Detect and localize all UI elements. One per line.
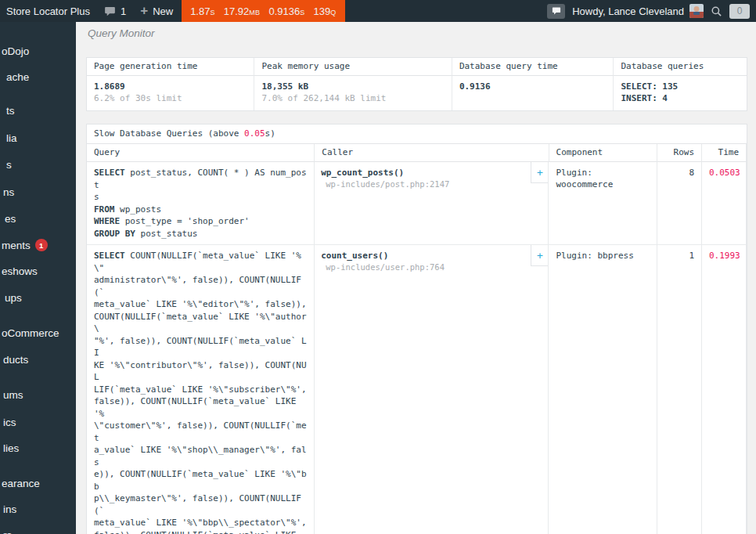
caller-file: wp-includes/user.php:764 bbox=[321, 262, 531, 273]
sidebar-item[interactable]: ums bbox=[3, 389, 23, 401]
new-label: New bbox=[153, 5, 173, 17]
caller-function: wp_count_posts() bbox=[321, 167, 531, 179]
column-header-generation-time: Page generation time bbox=[87, 58, 254, 76]
sidebar-item[interactable]: ments 1 bbox=[2, 239, 48, 251]
qm-stat-db-time: 0.9136s bbox=[268, 5, 304, 17]
sidebar-item[interactable]: ns bbox=[3, 186, 14, 198]
comment-bubble-icon bbox=[104, 5, 116, 17]
column-header-caller: Caller bbox=[315, 144, 549, 162]
query-cell: SELECT COUNT(NULLIF(`meta_value` LIKE '%… bbox=[87, 245, 315, 534]
site-name-menu[interactable]: Store Locator Plus bbox=[0, 0, 97, 22]
avatar bbox=[689, 4, 704, 18]
sidebar-item[interactable]: rs bbox=[3, 529, 12, 534]
time-cell: 0.1993 bbox=[702, 245, 747, 534]
time-cell: 0.0503 bbox=[702, 162, 747, 244]
new-content-menu[interactable]: + New bbox=[133, 0, 180, 22]
rows-cell: 1 bbox=[657, 245, 702, 534]
sidebar-item[interactable]: ins bbox=[3, 503, 16, 515]
comments-menu[interactable]: 1 bbox=[97, 0, 133, 22]
column-header-rows: Rows bbox=[657, 144, 702, 162]
user-account-menu[interactable]: Howdy, Lance Cleveland bbox=[572, 4, 704, 18]
sidebar-item[interactable]: s bbox=[6, 159, 12, 171]
query-cell: SELECT post_status, COUNT( * ) AS num_po… bbox=[87, 162, 315, 244]
query-monitor-adminbar-menu[interactable]: 1.87s 17.92MB 0.9136s 139Q bbox=[182, 0, 344, 22]
column-header-memory: Peak memory usage bbox=[254, 58, 452, 76]
admin-sidebar: oDojo ache ts lia s ns es ments 1 eshows… bbox=[0, 22, 76, 534]
sidebar-item[interactable]: ache bbox=[6, 71, 29, 83]
column-header-component: Component bbox=[549, 144, 658, 162]
caller-file: wp-includes/post.php:2147 bbox=[321, 179, 531, 190]
generation-time-cell: 1.8689 6.2% of 30s limit bbox=[87, 76, 254, 110]
slow-queries-table: Slow Database Queries (above 0.05s) Quer… bbox=[86, 124, 747, 534]
sidebar-item[interactable]: ducts bbox=[3, 354, 28, 366]
query-row: SELECT post_status, COUNT( * ) AS num_po… bbox=[87, 162, 747, 245]
caller-cell: wp_count_posts() wp-includes/post.php:21… bbox=[315, 162, 549, 244]
sidebar-item[interactable]: lies bbox=[3, 442, 19, 454]
caller-function: count_users() bbox=[321, 250, 531, 262]
rows-cell: 8 bbox=[657, 162, 702, 244]
qm-stat-page-time: 1.87s bbox=[190, 5, 215, 17]
memory-cell: 18,355 kB 7.0% of 262,144 kB limit bbox=[254, 76, 452, 110]
component-cell: Plugin: woocommerce bbox=[549, 162, 657, 244]
slow-queries-title: Slow Database Queries (above 0.05s) bbox=[87, 124, 747, 144]
search-icon[interactable] bbox=[711, 5, 722, 17]
admin-bar: Store Locator Plus 1 + New 1.87s 17.92MB… bbox=[0, 0, 756, 22]
column-header-time: Time bbox=[702, 144, 747, 162]
qm-stat-db-queries: 139Q bbox=[314, 5, 337, 17]
plus-icon: + bbox=[140, 4, 148, 17]
sidebar-item[interactable]: oDojo bbox=[2, 45, 29, 57]
feedback-bubble-button[interactable] bbox=[547, 4, 565, 19]
column-header-query: Query bbox=[87, 144, 315, 162]
qm-stat-memory: 17.92MB bbox=[224, 5, 261, 17]
expand-caller-button[interactable]: + bbox=[531, 245, 548, 266]
sidebar-item[interactable]: ics bbox=[3, 417, 16, 428]
component-cell: Plugin: bbpress bbox=[549, 245, 657, 534]
db-queries-cell: SELECT: 135 INSERT: 4 bbox=[614, 76, 747, 110]
sidebar-item[interactable]: earance bbox=[2, 478, 40, 489]
query-monitor-panel: Query Monitor Page generation time Peak … bbox=[76, 22, 756, 534]
query-row: SELECT COUNT(NULLIF(`meta_value` LIKE '%… bbox=[87, 245, 747, 534]
column-header-db-time: Database query time bbox=[452, 58, 614, 76]
update-count-badge[interactable]: 0 bbox=[729, 4, 750, 19]
column-header-db-queries: Database queries bbox=[614, 58, 747, 76]
expand-caller-button[interactable]: + bbox=[531, 162, 548, 183]
sidebar-item[interactable]: ups bbox=[5, 292, 22, 304]
overview-table: Page generation time Peak memory usage D… bbox=[86, 57, 747, 111]
howdy-label: Howdy, Lance Cleveland bbox=[572, 5, 684, 17]
sidebar-item[interactable]: lia bbox=[6, 132, 17, 144]
unread-comments-badge: 1 bbox=[35, 239, 48, 251]
db-time-cell: 0.9136 bbox=[452, 76, 614, 110]
sidebar-item[interactable]: es bbox=[5, 213, 16, 225]
page-title: Query Monitor bbox=[88, 27, 155, 39]
comments-count: 1 bbox=[121, 5, 126, 17]
sidebar-item[interactable]: ts bbox=[6, 105, 15, 117]
caller-cell: count_users() wp-includes/user.php:764 + bbox=[315, 245, 549, 534]
sidebar-item[interactable]: oCommerce bbox=[2, 327, 59, 339]
site-name-label: Store Locator Plus bbox=[6, 5, 90, 17]
sidebar-item[interactable]: eshows bbox=[2, 265, 38, 277]
